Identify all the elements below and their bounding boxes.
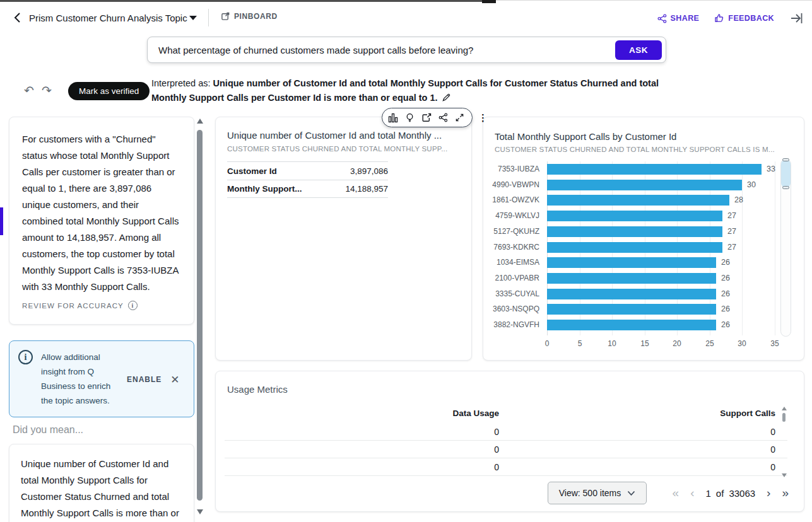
chart-type-icon[interactable] bbox=[388, 112, 398, 123]
x-axis-tick: 0 bbox=[545, 339, 550, 348]
expand-icon[interactable] bbox=[455, 112, 464, 123]
scroll-handle-top[interactable] bbox=[782, 158, 789, 161]
scroll-down-arrow[interactable] bbox=[197, 509, 203, 514]
last-page-icon[interactable]: » bbox=[782, 482, 789, 504]
quicksight-q-page: Prism Customer Churn Analysis Topic PINB… bbox=[0, 0, 812, 522]
kpi-row: Customer Id3,897,086 bbox=[227, 161, 388, 180]
scroll-handle-bottom[interactable] bbox=[782, 186, 789, 189]
kebab-menu-icon[interactable]: ⋮ bbox=[478, 112, 488, 123]
chart-scrollbar-thumb[interactable] bbox=[781, 160, 791, 188]
bar[interactable] bbox=[547, 211, 722, 221]
share-button[interactable]: SHARE bbox=[657, 14, 700, 23]
category-label: 7353-IUBZA bbox=[483, 161, 539, 177]
topic-dropdown-caret-icon[interactable] bbox=[189, 16, 197, 20]
category-label: 3603-NSQPQ bbox=[483, 301, 539, 317]
scroll-up-arrow[interactable] bbox=[782, 407, 787, 410]
visual-toolbar: ⋮ bbox=[382, 108, 473, 127]
info-icon[interactable]: i bbox=[128, 301, 138, 310]
next-page-icon[interactable]: › bbox=[767, 482, 770, 504]
cell-support-calls: 0 bbox=[499, 441, 775, 458]
bar-value-label: 26 bbox=[721, 286, 730, 302]
usage-table-header: Data Usage Support Calls bbox=[216, 407, 805, 420]
pin-to-pinboard-icon[interactable] bbox=[421, 112, 432, 123]
ask-button[interactable]: ASK bbox=[615, 40, 662, 60]
cell-support-calls: 0 bbox=[499, 423, 775, 441]
question-input[interactable] bbox=[148, 45, 666, 55]
category-label: 2100-VPABR bbox=[483, 270, 539, 286]
chart-bar-row: 1861-OWZVK28 bbox=[483, 192, 786, 208]
x-axis-tick: 15 bbox=[640, 339, 649, 348]
chart-bar-row: 3603-NSQPQ26 bbox=[483, 301, 786, 317]
kpi-card-subtitle: CUSTOMER STATUS CHURNED AND TOTAL MONTHL… bbox=[227, 145, 460, 153]
bar[interactable] bbox=[547, 180, 742, 190]
question-bar: ASK bbox=[147, 37, 666, 63]
of-label: of bbox=[716, 488, 724, 499]
category-label: 1034-EIMSA bbox=[483, 255, 539, 270]
category-label: 4990-VBWPN bbox=[483, 177, 539, 193]
first-page-icon[interactable]: « bbox=[673, 482, 680, 504]
bar-value-label: 27 bbox=[727, 208, 736, 224]
review-for-accuracy: REVIEW FOR ACCURACY i bbox=[22, 301, 138, 310]
bar-value-label: 26 bbox=[721, 255, 730, 270]
chart-bar-row: 7693-KDKRC27 bbox=[483, 240, 786, 255]
enable-button[interactable]: ENABLE bbox=[127, 375, 162, 384]
bar[interactable] bbox=[547, 320, 716, 330]
usage-metrics-card: Usage Metrics Data Usage Support Calls 0… bbox=[215, 371, 804, 512]
x-axis-tick: 10 bbox=[608, 339, 616, 348]
row-divider bbox=[225, 475, 787, 476]
share-visual-icon[interactable] bbox=[438, 112, 448, 123]
category-label: 3882-NGVFH bbox=[483, 317, 539, 333]
table-row: 00 bbox=[216, 423, 805, 441]
scrollbar-thumb[interactable] bbox=[197, 130, 203, 501]
view-items-dropdown[interactable]: View: 500 items bbox=[548, 482, 647, 504]
pinboard-button[interactable]: PINBOARD bbox=[221, 11, 278, 21]
chart-bar-row: 7353-IUBZA33 bbox=[483, 161, 786, 177]
left-selection-accent-bar bbox=[0, 207, 3, 235]
suggestion-card[interactable]: Unique number of Customer Id and total M… bbox=[9, 444, 194, 522]
back-icon[interactable] bbox=[11, 11, 25, 25]
total-pages: 33063 bbox=[729, 488, 755, 499]
table-row: 00 bbox=[216, 458, 805, 476]
bar[interactable] bbox=[547, 164, 762, 175]
chart-subtitle: CUSTOMER STATUS CHURNED AND TOTAL MONTHL… bbox=[495, 146, 775, 153]
kpi-row-value: 3,897,086 bbox=[350, 166, 388, 176]
scroll-down-arrow[interactable] bbox=[782, 473, 787, 477]
table-row: 00 bbox=[216, 441, 805, 458]
bar[interactable] bbox=[547, 304, 716, 315]
category-label: 1861-OWZVK bbox=[483, 192, 539, 208]
insight-bulb-icon[interactable] bbox=[405, 112, 415, 123]
scrollbar-thumb[interactable] bbox=[782, 413, 786, 422]
category-label: 7693-KDKRC bbox=[483, 240, 539, 255]
x-axis-tick: 30 bbox=[738, 339, 746, 348]
chart-area: Total Monthly Support Calls by Customer … bbox=[483, 117, 805, 361]
bar[interactable] bbox=[547, 242, 722, 253]
scroll-up-arrow[interactable] bbox=[197, 119, 203, 124]
feedback-button[interactable]: FEEDBACK bbox=[714, 13, 774, 23]
bar[interactable] bbox=[547, 289, 716, 299]
bar[interactable] bbox=[547, 273, 716, 284]
close-banner-icon[interactable]: ✕ bbox=[170, 373, 179, 386]
x-axis-tick: 25 bbox=[705, 339, 714, 348]
header-divider bbox=[208, 9, 209, 26]
edit-pencil-icon[interactable] bbox=[442, 93, 451, 102]
bar[interactable] bbox=[547, 226, 722, 237]
bar-value-label: 33 bbox=[767, 161, 775, 177]
bar-value-label: 26 bbox=[721, 301, 730, 317]
cell-support-calls: 0 bbox=[499, 458, 775, 476]
bar-value-label: 30 bbox=[747, 177, 756, 193]
usage-metrics-title: Usage Metrics bbox=[227, 384, 288, 395]
redo-icon[interactable]: ↷ bbox=[42, 83, 52, 98]
bar-value-label: 27 bbox=[727, 240, 736, 255]
chart-scrollbar bbox=[780, 159, 791, 337]
bar-chart-card: Total Monthly Support Calls by Customer … bbox=[483, 117, 804, 361]
column-header-support-calls: Support Calls bbox=[499, 407, 775, 420]
undo-icon[interactable]: ↶ bbox=[24, 83, 34, 98]
bar[interactable] bbox=[547, 257, 716, 268]
column-header-data-usage: Data Usage bbox=[216, 407, 499, 420]
prev-page-icon[interactable]: ‹ bbox=[690, 482, 694, 504]
chart-bar-row: 4759-WKLVJ27 bbox=[483, 208, 786, 224]
mark-as-verified-button[interactable]: Mark as verified bbox=[68, 82, 150, 100]
bar[interactable] bbox=[547, 195, 729, 206]
cell-data-usage: 0 bbox=[216, 423, 499, 441]
collapse-panel-icon[interactable] bbox=[789, 11, 803, 25]
